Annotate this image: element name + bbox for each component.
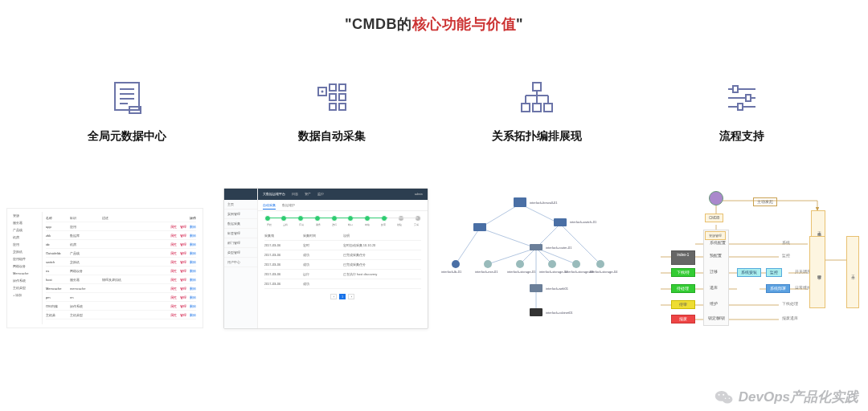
svg-line-33 <box>480 228 536 248</box>
feature-label: 流程支持 <box>719 129 764 144</box>
thumb1-sidemenu: 资源服务器产品线机房应用交换机应用组件网络设备Memcache操作系统主机类型+… <box>10 212 43 324</box>
flow-label: 主动发起 <box>753 197 777 206</box>
flow-box: 工单 <box>846 236 859 308</box>
table-row: Memcachememcache属性管理删除 <box>46 284 196 293</box>
svg-text:interlock-firewall-01: interlock-firewall-01 <box>530 201 558 205</box>
flow-box: 系统部署 <box>766 284 790 293</box>
flow-right: 监控 <box>779 252 793 259</box>
svg-rect-18 <box>544 104 552 112</box>
features-row: 全局元数据中心 数据自动采集 关系拓扑编排展现 流程支持 <box>0 78 868 144</box>
topbar-item: 监控 <box>317 193 324 196</box>
table-row: 2017-03-06成功已完成采集任务 <box>264 250 421 260</box>
feature-label: 关系拓扑编排展现 <box>492 129 582 144</box>
title-quote-close: " <box>516 16 523 32</box>
grid-modules-icon <box>312 78 352 118</box>
feature-metadata-center: 全局元数据中心 <box>31 78 223 144</box>
feature-label: 数据自动采集 <box>298 129 366 144</box>
thumbnail-metadata-table: 资源服务器产品线机房应用交换机应用组件网络设备Memcache操作系统主机类型+… <box>6 208 211 352</box>
svg-point-55 <box>548 260 556 268</box>
flow-box <box>737 284 743 287</box>
svg-point-51 <box>484 260 492 268</box>
svg-rect-63 <box>530 308 542 316</box>
table-row: switch交换机属性管理删除 <box>46 258 196 267</box>
flow-op: 预配置 <box>706 252 725 259</box>
flow-op: 退库 <box>706 284 721 291</box>
svg-rect-45 <box>554 218 567 226</box>
flow-op: 维护 <box>706 300 721 307</box>
svg-line-39 <box>536 248 576 264</box>
feature-auto-collect: 数据自动采集 <box>235 78 428 144</box>
svg-point-93 <box>728 397 730 399</box>
table-row: zbk数据库属性管理删除 <box>46 231 196 240</box>
svg-rect-61 <box>530 284 542 292</box>
svg-rect-27 <box>746 95 751 101</box>
svg-rect-15 <box>533 83 541 91</box>
table-header: 名称标识描述操作 <box>46 214 196 222</box>
table-row: 采集项采集时间说明 <box>264 231 421 241</box>
table-row: pmrm属性管理删除 <box>46 293 196 302</box>
svg-point-57 <box>572 260 580 268</box>
svg-rect-12 <box>339 84 346 91</box>
feature-workflow: 流程支持 <box>645 78 838 144</box>
wechat-icon <box>714 389 734 405</box>
svg-line-32 <box>456 228 480 264</box>
svg-rect-29 <box>738 104 743 110</box>
title-prefix: CMDB的 <box>352 16 412 32</box>
svg-rect-14 <box>339 104 346 110</box>
svg-point-8 <box>321 91 323 93</box>
thumbnail-topology-diagram: interlock-firewall-01 interlock-switch-0… <box>440 188 645 332</box>
svg-rect-11 <box>330 104 336 110</box>
table-row: idc机房属性管理删除 <box>46 240 196 249</box>
thumb2-sidebar: 主页实例管理数据采集标签管理部门管理类型管理用户中心 <box>224 189 258 328</box>
svg-point-92 <box>725 397 727 399</box>
thumb2-progress: 开始主机应用服务进程端口网络配置校验完成 <box>258 211 428 230</box>
watermark: DevOps产品化实践 <box>714 388 858 406</box>
svg-point-89 <box>722 395 732 403</box>
svg-text:interlock-lb-01: interlock-lb-01 <box>441 270 462 274</box>
svg-rect-44 <box>473 223 486 231</box>
svg-line-36 <box>488 248 536 264</box>
table-row: 主机类主机类型属性管理删除 <box>46 311 196 319</box>
thumbnails-row: 资源服务器产品线机房应用交换机应用组件网络设备Memcache操作系统主机类型+… <box>0 188 868 352</box>
svg-text:interlock-storage-01: interlock-storage-01 <box>507 270 536 274</box>
svg-rect-25 <box>733 86 738 92</box>
svg-rect-13 <box>339 94 346 100</box>
svg-text:interlock-router-01: interlock-router-01 <box>546 246 572 250</box>
svg-line-35 <box>560 224 600 264</box>
table-row: 2017-03-06成功已完成采集任务 <box>264 260 421 270</box>
sliders-icon <box>722 78 762 118</box>
svg-rect-16 <box>522 104 530 112</box>
table-row: OS/内核操作系统属性管理删除 <box>46 302 196 311</box>
table-row: OutsideIdc产品线属性管理删除 <box>46 249 196 258</box>
flow-state: 下线/待 <box>671 268 695 277</box>
title-quote-open: " <box>345 16 352 32</box>
title-highlight: 核心功能与价值 <box>412 16 517 32</box>
svg-text:interlock-storage-02: interlock-storage-02 <box>539 270 568 274</box>
flow-box: 系统安装 <box>737 268 761 277</box>
document-list-icon <box>107 78 147 118</box>
flow-right: 下线处理 <box>779 300 801 307</box>
thumbnail-workflow-chart: 主动发起 工单系统 CMDB 资源管理 index-1 下线/待 待处理 待审 … <box>657 188 862 332</box>
table-row: 2017-03-06定时定时自动采集 10.10.20 <box>264 241 421 250</box>
table-row: app应用属性管理删除 <box>46 222 196 231</box>
watermark-text: DevOps产品化实践 <box>739 388 858 406</box>
flow-box: CMDB <box>705 214 723 222</box>
flow-state: 待审 <box>671 300 695 309</box>
svg-text:interlock-switch-01: interlock-switch-01 <box>570 220 597 224</box>
topbar-item: 日志 <box>292 193 298 196</box>
svg-rect-47 <box>530 244 542 250</box>
flow-box: 监控 <box>766 268 782 277</box>
topbar-title: 大数据运维平台 <box>263 193 285 196</box>
thumb2-pager: ‹1› <box>258 294 428 299</box>
svg-rect-0 <box>115 83 139 110</box>
flow-state: 报废 <box>671 315 695 324</box>
table-row: ns网络设备属性管理删除 <box>46 267 196 275</box>
flow-state: 待处理 <box>671 284 695 293</box>
thumbnail-autocollect-app: 主页实例管理数据采集标签管理部门管理类型管理用户中心 大数据运维平台 日志 资产… <box>223 188 428 332</box>
svg-point-49 <box>452 260 460 268</box>
svg-point-90 <box>718 393 719 395</box>
flow-op: 迁移 <box>706 268 721 275</box>
flow-right: 报废退库 <box>779 315 801 322</box>
svg-rect-10 <box>330 94 336 100</box>
svg-rect-9 <box>330 84 336 91</box>
